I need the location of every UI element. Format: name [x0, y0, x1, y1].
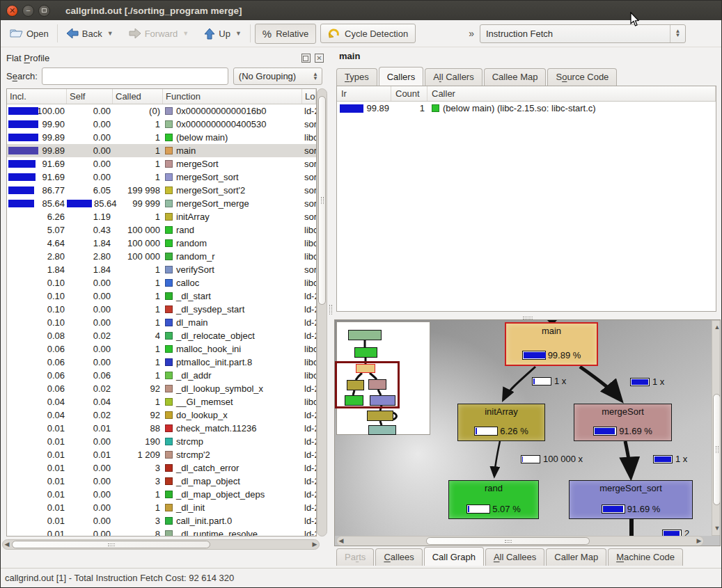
minimap-viewport[interactable]	[335, 361, 400, 408]
table-row[interactable]: 0.010.008_dl_runtime_resolveld-2	[7, 527, 316, 536]
graph-hscrollbar[interactable]: ◀ ▶	[336, 536, 704, 546]
tab-call-graph[interactable]: Call Graph	[424, 547, 484, 566]
maximize-button[interactable]	[38, 5, 50, 17]
table-row[interactable]: 91.690.001mergeSortsor	[7, 157, 316, 170]
table-row[interactable]: 0.010.003_dl_catch_errorld-2	[7, 461, 316, 475]
grouping-combobox[interactable]: (No Grouping) ▲▼	[233, 67, 322, 85]
table-row[interactable]: 0.100.001dl_mainld-2	[7, 316, 316, 329]
table-row[interactable]: 0.100.001calloclibc	[7, 276, 316, 289]
tab-all-callers[interactable]: All Callers	[425, 68, 482, 86]
column-header[interactable]: Ir	[337, 86, 391, 101]
table-row[interactable]: 0.100.001_dl_startld-2	[7, 289, 316, 303]
open-button[interactable]: Open	[5, 24, 53, 42]
table-row[interactable]: 0.010.00190strcmpld-2	[7, 435, 316, 448]
column-header[interactable]: Count	[391, 86, 427, 101]
column-header[interactable]: Incl.	[7, 89, 67, 104]
toolbar-overflow-button[interactable]: »	[469, 28, 474, 39]
table-row[interactable]: 0.060.061_dl_addrlibc	[7, 369, 316, 382]
dock-close-icon[interactable]: ✕	[315, 54, 324, 63]
graph-vscrollbar[interactable]: ▲ ▼	[712, 320, 721, 536]
table-row[interactable]: 99.890.001(below main)libc	[7, 131, 316, 144]
up-dropdown-icon[interactable]: ▼	[235, 30, 242, 37]
table-row[interactable]: 0.060.0292_dl_lookup_symbol_xld-2	[7, 382, 316, 395]
table-row[interactable]: 99.900.0010x0000000000400530sor	[7, 118, 316, 131]
table-row[interactable]: 0.010.011 209strcmp'2ld-2	[7, 448, 316, 461]
event-type-combobox[interactable]: Instruction Fetch ▲▼	[480, 24, 686, 43]
callers-table-header[interactable]: IrCountCaller	[337, 86, 716, 102]
table-row[interactable]: 86.776.05199 998mergeSort_sort'2sor	[7, 184, 316, 197]
column-header[interactable]: Loc	[302, 89, 316, 104]
relative-toggle-button[interactable]: % Relative	[255, 24, 316, 44]
tab-caller-map[interactable]: Caller Map	[546, 548, 606, 566]
dock-float-icon[interactable]	[301, 54, 311, 63]
forward-dropdown-icon[interactable]: ▼	[182, 30, 189, 37]
table-row[interactable]: 0.040.0292do_lookup_xld-2	[7, 408, 316, 422]
search-input[interactable]	[42, 67, 228, 85]
graph-node-rand[interactable]: rand5.07 %	[448, 480, 539, 519]
table-row[interactable]: 2.802.80100 000random_rlibc	[7, 250, 316, 263]
tab-machine-code[interactable]: Machine Code	[608, 548, 683, 566]
table-row[interactable]: 100.000.00(0)0x00000000000016b0ld-2	[7, 104, 316, 118]
table-header[interactable]: Incl.SelfCalledFunctionLoc	[7, 89, 316, 104]
graph-node-mergesort_sort[interactable]: mergeSort_sort91.69 %	[569, 480, 693, 519]
table-row[interactable]: 0.010.001_dl_map_object_depsld-2	[7, 488, 316, 501]
table-row[interactable]: 6.261.191initArraysor	[7, 210, 316, 223]
table-row[interactable]: 0.040.041__GI_memsetlibc	[7, 395, 316, 408]
column-header[interactable]: Self	[67, 89, 113, 104]
table-row[interactable]: 99.890.001mainsor	[7, 144, 316, 157]
tab-types[interactable]: Types	[336, 68, 377, 86]
call-graph-canvas[interactable]: main99.89 %initArray6.26 %mergeSort91.69…	[335, 320, 712, 536]
column-header[interactable]: Called	[113, 89, 163, 104]
call-graph-minimap[interactable]	[336, 321, 430, 435]
graph-node-main[interactable]: main99.89 %	[505, 322, 598, 366]
cycle-detection-button[interactable]: Cycle Detection	[320, 24, 416, 43]
function-color-icon	[432, 104, 439, 112]
table-row[interactable]: 0.010.003_dl_map_objectld-2	[7, 475, 316, 488]
column-header[interactable]: Function	[163, 89, 302, 104]
edge-mergesort-mergesortsort	[625, 441, 631, 476]
table-row[interactable]: 4.641.84100 000randomlibc	[7, 237, 316, 250]
minimize-button[interactable]: −	[22, 5, 34, 17]
table-row[interactable]: 0.080.024_dl_relocate_objectld-2	[7, 329, 316, 342]
grouping-spinner-icon: ▲▼	[309, 72, 322, 81]
edge-main-initarray	[503, 367, 535, 399]
tab-callees[interactable]: Callees	[375, 548, 422, 566]
table-row[interactable]: 5.070.43100 000randlibc	[7, 223, 316, 237]
function-color-icon	[165, 107, 173, 115]
column-header[interactable]: Caller	[427, 86, 716, 101]
graph-node-initarray[interactable]: initArray6.26 %	[457, 404, 545, 441]
table-row[interactable]: 0.060.001ptmalloc_init.part.8libc	[7, 356, 316, 369]
up-button[interactable]: Up ▼	[200, 25, 246, 42]
close-button[interactable]: ✕	[6, 5, 18, 17]
table-row[interactable]: 91.690.001mergeSort_sortsor	[7, 170, 316, 184]
forward-button[interactable]: Forward ▼	[125, 25, 194, 42]
cycle-detection-icon	[328, 28, 340, 39]
tab-callers[interactable]: Callers	[379, 67, 423, 86]
table-row[interactable]: 0.010.0188check_match.11236ld-2	[7, 422, 316, 435]
function-color-icon	[165, 424, 173, 432]
back-dropdown-icon[interactable]: ▼	[107, 30, 113, 37]
window-controls: ✕ −	[6, 5, 50, 17]
tab-source-code[interactable]: Source Code	[547, 68, 617, 86]
graph-node-mergesort[interactable]: mergeSort91.69 %	[574, 404, 672, 441]
table-row[interactable]: 85.6485.6499 999mergeSort_mergesor	[7, 197, 316, 210]
combobox-spinner-icon[interactable]: ▲▼	[670, 25, 685, 42]
table-row[interactable]: 0.100.001_dl_sysdep_startld-2	[7, 303, 316, 316]
table-row[interactable]: 0.010.001_dl_initld-2	[7, 501, 316, 514]
back-button[interactable]: Back ▼	[62, 25, 118, 42]
edge-call-count-label: 1 x	[532, 376, 566, 386]
table-row[interactable]: 0.010.003call_init.part.0ld-2	[7, 514, 316, 527]
tab-callee-map[interactable]: Callee Map	[484, 68, 547, 86]
flat-profile-vscrollbar[interactable]	[317, 88, 327, 537]
function-color-icon	[165, 504, 173, 511]
flat-profile-hscrollbar[interactable]: ◀ ▶	[2, 539, 320, 550]
caller-row[interactable]: 99.891(below main) (libc-2.15.so: libc-s…	[337, 102, 716, 116]
tab-parts[interactable]: Parts	[336, 548, 374, 566]
search-label: Search:	[6, 71, 38, 81]
table-row[interactable]: 1.841.841verifySortsor	[7, 263, 316, 276]
function-color-icon	[165, 186, 173, 194]
selected-function-title: main	[339, 51, 360, 61]
vertical-splitter[interactable]	[328, 47, 333, 568]
table-row[interactable]: 0.060.001malloc_hook_inilibc	[7, 342, 316, 356]
tab-all-callees[interactable]: All Callees	[485, 548, 544, 566]
